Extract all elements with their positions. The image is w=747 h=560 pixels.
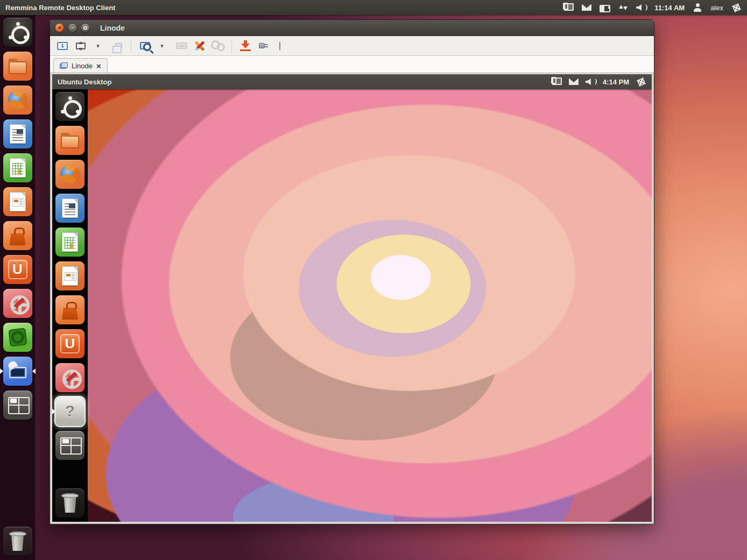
remote-tray: 4:14 PM — [551, 74, 646, 89]
help-glyph: ? — [65, 403, 75, 419]
launcher-item-remmina[interactable] — [3, 357, 32, 386]
screenshot-button[interactable] — [238, 39, 252, 53]
user-icon[interactable] — [692, 3, 703, 12]
app-title: Remmina Remote Desktop Client — [5, 4, 115, 12]
launcher-item-trash[interactable] — [55, 488, 84, 518]
remote-display-frame: Ubuntu Desktop 4:14 PM U? — [51, 73, 653, 523]
remote-top-panel: Ubuntu Desktop 4:14 PM — [52, 74, 652, 89]
preferences-gears-icon — [211, 40, 225, 51]
desktop-root: { "host_panel": { "app_title": "Remmina … — [0, 0, 747, 560]
network-icon[interactable] — [551, 77, 562, 87]
dropdown-caret-icon: ▾ — [160, 43, 164, 49]
toolbar-separator — [131, 39, 131, 52]
launcher-item-workspace-switcher[interactable] — [3, 391, 32, 420]
scaled-mode-icon — [140, 42, 150, 49]
launcher-item-libreoffice-impress[interactable] — [3, 187, 32, 216]
resize-window-button[interactable]: 1 — [55, 39, 69, 53]
tools-button[interactable] — [193, 39, 207, 53]
launcher-item-home-folder[interactable] — [55, 126, 84, 155]
launcher-item-ubuntu-software-center[interactable] — [55, 295, 84, 324]
session-gear-icon[interactable] — [636, 77, 646, 87]
dropdown-caret-button[interactable]: ▾ — [92, 39, 106, 53]
fit-window-icon — [76, 42, 86, 49]
disconnect-button[interactable] — [257, 39, 271, 53]
grab-keyboard-button[interactable] — [174, 39, 188, 53]
launcher-item-ubuntu-one[interactable]: U — [3, 255, 32, 284]
ubuntu-one-glyph: U — [65, 336, 75, 350]
network-icon[interactable] — [563, 3, 574, 12]
launcher-item-ubuntu-dash[interactable] — [3, 18, 32, 47]
host-top-panel: Remmina Remote Desktop Client 11:14 AMal… — [0, 0, 747, 15]
window-minimize-button[interactable]: – — [68, 23, 77, 32]
launcher-item-libreoffice-writer[interactable] — [55, 194, 84, 223]
session-gear-icon[interactable] — [731, 3, 742, 12]
connection-tab-icon — [60, 62, 68, 69]
launcher-item-libreoffice-writer[interactable] — [3, 119, 32, 148]
preferences-gears-button[interactable] — [211, 39, 225, 53]
ubuntu-one-glyph: U — [12, 262, 23, 276]
launcher-item-ubuntu-dash[interactable] — [55, 92, 84, 121]
remote-desktop-wallpaper[interactable] — [88, 89, 652, 522]
launcher-item-software-updater[interactable] — [3, 323, 32, 352]
launcher-item-workspace-switcher[interactable] — [55, 431, 84, 460]
remote-screen: Ubuntu Desktop 4:14 PM U? — [52, 74, 652, 522]
fit-window-button[interactable] — [74, 39, 88, 53]
close-icon: × — [58, 25, 61, 31]
window-close-button[interactable]: × — [55, 23, 64, 32]
clock-text[interactable]: 4:14 PM — [603, 78, 629, 86]
minimize-icon: – — [71, 25, 74, 31]
launcher-item-system-settings[interactable] — [55, 363, 84, 392]
tab-close-icon[interactable]: × — [96, 62, 101, 70]
launcher-item-ubuntu-one[interactable]: U — [55, 329, 84, 358]
launcher-item-system-settings[interactable] — [3, 289, 32, 318]
tab-linode[interactable]: Linode × — [53, 58, 108, 73]
volume-icon[interactable] — [586, 77, 596, 87]
toolbar-separator — [231, 39, 232, 52]
launcher-indicator-left-icon — [0, 368, 3, 374]
window-title: Linode — [100, 24, 125, 32]
launcher-item-firefox[interactable] — [55, 160, 84, 189]
launcher-indicator-left-icon — [52, 409, 55, 414]
tools-icon — [193, 39, 206, 52]
launcher-item-ubuntu-software-center[interactable] — [3, 221, 32, 250]
dropdown-caret-icon: ▾ — [96, 43, 100, 49]
mail-icon[interactable] — [581, 3, 592, 12]
mail-icon[interactable] — [568, 77, 579, 87]
window-titlebar[interactable]: × – Linode — [50, 20, 654, 36]
launcher-item-firefox[interactable] — [3, 86, 32, 115]
remmina-window: × – Linode 1▾▾ Linode × Ubuntu Desktop 4… — [50, 19, 654, 524]
launcher-item-help[interactable]: ? — [55, 397, 84, 426]
remmina-toolbar: 1▾▾ — [50, 36, 654, 56]
launcher-item-libreoffice-calc[interactable] — [55, 228, 84, 257]
launcher-item-libreoffice-impress[interactable] — [55, 261, 84, 290]
duplicate-icon — [115, 43, 122, 48]
clock-text[interactable]: 11:14 AM — [654, 4, 685, 12]
host-unity-launcher: U — [0, 15, 36, 560]
battery-icon[interactable] — [600, 3, 610, 12]
tab-label: Linode — [72, 62, 93, 70]
sync-icon[interactable] — [618, 3, 629, 12]
screenshot-icon — [240, 40, 251, 51]
socket-bar-button — [275, 39, 289, 53]
connection-tabbar: Linode × — [50, 56, 654, 73]
duplicate-button[interactable] — [110, 39, 124, 53]
launcher-item-home-folder[interactable] — [3, 52, 32, 81]
maximize-icon — [83, 26, 87, 30]
dropdown-caret-button[interactable]: ▾ — [156, 39, 170, 53]
window-maximize-button[interactable] — [81, 23, 90, 32]
username-text[interactable]: alex — [710, 4, 723, 12]
disconnect-icon — [258, 41, 270, 50]
resize-window-icon: 1 — [57, 42, 68, 50]
socket-bar-icon — [279, 42, 280, 50]
host-tray: 11:14 AMalex — [563, 0, 742, 15]
volume-icon[interactable] — [636, 3, 647, 12]
launcher-indicator-right-icon — [32, 368, 36, 374]
launcher-item-libreoffice-calc[interactable] — [3, 153, 32, 182]
scaled-mode-button[interactable] — [138, 39, 152, 53]
launcher-item-trash[interactable] — [3, 527, 32, 556]
remote-panel-title: Ubuntu Desktop — [58, 78, 111, 86]
grab-keyboard-icon — [176, 42, 187, 49]
remote-unity-launcher: U? — [52, 89, 88, 522]
